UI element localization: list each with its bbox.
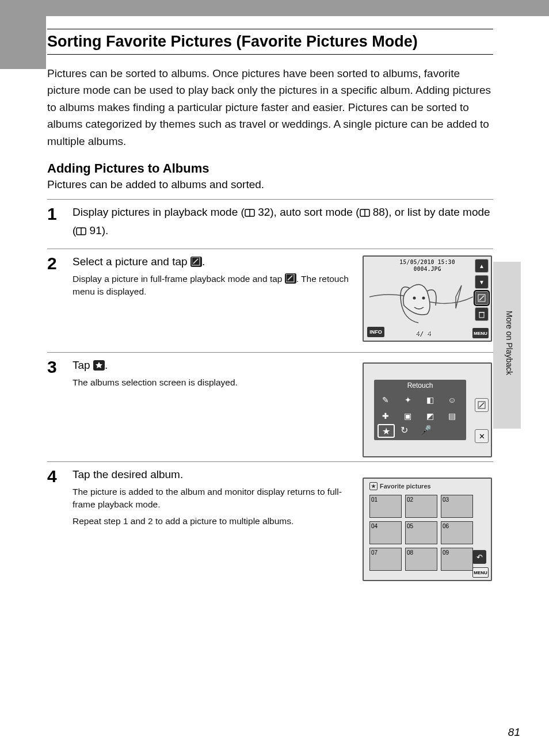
album-cell[interactable]: 04 — [369, 521, 402, 544]
page-number: 81 — [508, 726, 520, 739]
svg-marker-8 — [96, 362, 102, 368]
skin-softening-icon[interactable]: ☺ — [444, 394, 460, 406]
text: Select a picture and tap — [73, 255, 190, 268]
filter-icon[interactable]: ◩ — [422, 410, 438, 422]
album-cell[interactable]: 06 — [441, 521, 473, 544]
page-title: Sorting Favorite Pictures (Favorite Pict… — [47, 29, 493, 55]
step-4-title: Tap the desired album. — [73, 467, 349, 483]
playback-illustration — [369, 274, 473, 337]
step-4-desc2: Repeat step 1 and 2 to add a picture to … — [73, 515, 349, 528]
step-2-desc: Display a picture in full-frame playback… — [73, 273, 349, 299]
album-cell[interactable]: 09 — [441, 548, 473, 571]
text: Display a picture in full-frame playback… — [73, 274, 285, 284]
favorite-star-button[interactable]: ★ — [378, 424, 395, 438]
back-icon[interactable]: ↶ — [472, 550, 486, 564]
text: . — [105, 359, 108, 371]
text: ). — [102, 224, 109, 236]
perspective-icon[interactable]: ▣ — [400, 410, 416, 422]
album-cell[interactable]: 01 — [369, 495, 402, 518]
retouch-icon — [285, 273, 296, 284]
side-tab-label: More on Playback — [505, 311, 514, 375]
step-number: 3 — [47, 357, 73, 456]
text: ), auto sort mode ( — [270, 206, 359, 218]
star-icon — [93, 360, 105, 371]
favorite-header-label: Favorite pictures — [380, 483, 431, 490]
screen-counter: 4/ 4 — [415, 330, 431, 337]
album-cell[interactable]: 02 — [405, 495, 437, 518]
svg-point-10 — [422, 297, 425, 300]
menu-button[interactable]: MENU — [472, 567, 489, 578]
step-number: 2 — [47, 254, 73, 346]
step-number: 4 — [47, 467, 73, 571]
subheading: Adding Pictures to Albums — [47, 161, 493, 176]
stretch-icon[interactable]: ✚ — [378, 410, 394, 422]
down-arrow-icon[interactable]: ▼ — [475, 275, 489, 289]
text: Display pictures in playback mode ( — [73, 206, 245, 218]
album-cell[interactable]: 03 — [441, 495, 473, 518]
step-3-desc: The albums selection screen is displayed… — [73, 376, 349, 389]
svg-rect-12 — [479, 312, 484, 318]
intro-paragraph: Pictures can be sorted to albums. Once p… — [47, 65, 493, 150]
step-1-title: Display pictures in playback mode ( 32),… — [73, 204, 493, 240]
close-icon[interactable]: ✕ — [475, 429, 489, 443]
rotate-icon[interactable]: ↻ — [401, 425, 408, 436]
page-ref: 91 — [90, 224, 102, 236]
small-pic-icon[interactable]: ▤ — [444, 410, 460, 422]
playback-screen-figure: 15/05/2010 15:30 0004.JPG ▲ ▼ INFO 4/ 4 — [363, 255, 492, 342]
step-2-title: Select a picture and tap . — [73, 254, 349, 270]
subtext: Pictures can be added to albums and sort… — [47, 178, 493, 191]
screen-filename: 0004.JPG — [364, 266, 491, 272]
retouch-icon[interactable] — [475, 291, 489, 305]
trash-icon[interactable] — [475, 307, 489, 321]
step-3-title: Tap . — [73, 357, 349, 374]
screen-date: 15/05/2010 15:30 — [364, 259, 491, 265]
star-icon: ★ — [369, 482, 378, 490]
text: . — [202, 255, 205, 268]
step-4-desc1: The picture is added to the album and mo… — [73, 486, 349, 511]
retouch-icon[interactable] — [475, 398, 489, 412]
album-cell[interactable]: 05 — [405, 521, 437, 544]
quick-retouch-icon[interactable]: ✦ — [400, 394, 416, 406]
page-margin-left — [0, 0, 46, 69]
svg-point-9 — [413, 297, 416, 300]
album-cell[interactable]: 08 — [405, 548, 437, 571]
menu-button[interactable]: MENU — [472, 328, 489, 338]
paint-icon[interactable]: ✎ — [378, 394, 394, 406]
up-arrow-icon[interactable]: ▲ — [475, 259, 489, 273]
page-margin-top — [0, 0, 549, 16]
book-icon — [245, 206, 255, 223]
info-button[interactable]: INFO — [367, 327, 384, 337]
retouch-screen-figure: Retouch ✎ ✦ ◧ ☺ ✚ ▣ ◩ ▤ ★ ↻ 🎤 ✕ — [363, 362, 492, 457]
page-ref: 32 — [258, 206, 270, 218]
page-ref: 88 — [373, 206, 385, 218]
retouch-panel-title: Retouch — [374, 380, 466, 391]
book-icon — [76, 224, 86, 241]
dlighting-icon[interactable]: ◧ — [422, 394, 438, 406]
step-1: 1 Display pictures in playback mode ( 32… — [47, 199, 493, 249]
favorite-header: ★ Favorite pictures — [369, 482, 431, 490]
book-icon — [360, 206, 370, 223]
text: Tap — [73, 359, 93, 371]
retouch-icon — [190, 257, 202, 267]
favorite-pictures-screen-figure: ★ Favorite pictures 01 02 03 04 05 06 07… — [363, 478, 492, 581]
step-number: 1 — [47, 204, 73, 243]
mic-icon[interactable]: 🎤 — [420, 425, 432, 436]
album-cell[interactable]: 07 — [369, 548, 402, 571]
